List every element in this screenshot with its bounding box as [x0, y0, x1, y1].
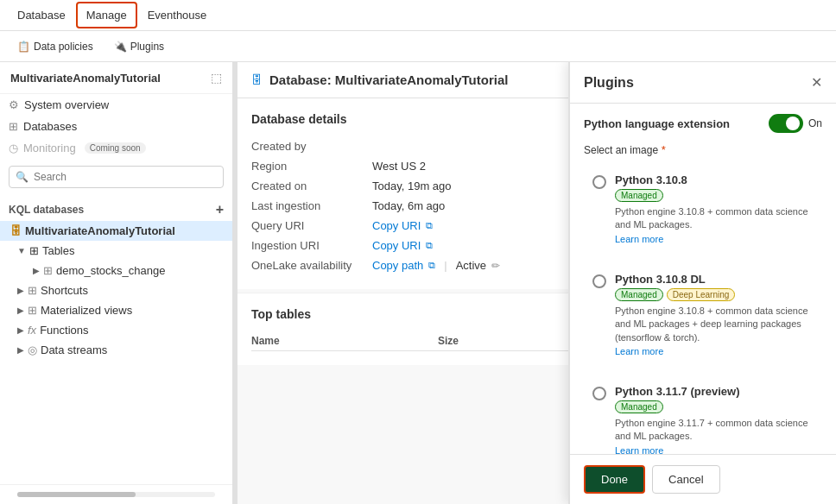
onelake-copy-link[interactable]: Copy path [372, 259, 423, 272]
required-star: * [662, 143, 666, 156]
onelake-value: Copy path ⧉ | Active ✏ [372, 259, 500, 272]
shortcuts-chevron-icon: ▶ [17, 286, 24, 295]
mat-views-label: Materialized views [41, 304, 132, 317]
onelake-copy-icon[interactable]: ⧉ [428, 260, 435, 271]
expand-icon[interactable]: ⬚ [211, 71, 222, 85]
query-uri-copy-link[interactable]: Copy URI [372, 219, 421, 232]
option-python3117-title: Python 3.11.7 (preview) [615, 385, 814, 398]
shortcuts-label: Shortcuts [41, 284, 88, 297]
tree-item-shortcuts[interactable]: ▶ ⊞ Shortcuts [0, 280, 232, 300]
tree-item-materialized-views[interactable]: ▶ ⊞ Materialized views [0, 300, 232, 320]
plugins-button[interactable]: 🔌 Plugins [107, 37, 171, 56]
last-ingestion-label: Last ingestion [251, 199, 372, 212]
functions-icon: fx [28, 324, 36, 337]
db-icon: 🗄 [10, 224, 22, 237]
tables-icon: ⊞ [29, 244, 39, 257]
sidebar-item-monitoring[interactable]: ◷ Monitoring Coming soon [0, 137, 232, 159]
ingestion-uri-copy-link[interactable]: Copy URI [372, 239, 421, 252]
functions-chevron-icon: ▶ [17, 325, 24, 335]
demo-stocks-label: demo_stocks_change [56, 264, 165, 277]
sidebar-item-databases[interactable]: ⊞ Databases [0, 116, 232, 137]
tree-item-tables[interactable]: ▼ ⊞ Tables [0, 241, 232, 261]
content-db-icon: 🗄 [251, 73, 263, 86]
workspace-name: MultivariateAnomalyTutorial [10, 72, 161, 85]
option-python3108[interactable]: Python 3.10.8 Managed Python engine 3.10… [584, 165, 822, 254]
option-python3108-learn-more[interactable]: Learn more [615, 234, 663, 244]
badge-managed-0: Managed [615, 189, 663, 202]
option-python3108-desc: Python engine 3.10.8 + common data scien… [615, 205, 814, 232]
menu-eventhouse[interactable]: Eventhouse [137, 2, 218, 28]
tree-item-demo-stocks[interactable]: ▶ ⊞ demo_stocks_change [0, 261, 232, 280]
monitoring-label: Monitoring [23, 142, 76, 154]
menu-database[interactable]: Database [7, 2, 76, 28]
option-python3108-content: Python 3.10.8 Managed Python engine 3.10… [615, 173, 814, 245]
sidebar-header: MultivariateAnomalyTutorial ⬚ [0, 62, 232, 94]
extension-label: Python language extension [584, 117, 730, 130]
sidebar-nav: ⚙ System overview ⊞ Databases ◷ Monitori… [0, 94, 232, 484]
tree-item-data-streams[interactable]: ▶ ◎ Data streams [0, 340, 232, 360]
data-policies-icon: 📋 [17, 41, 30, 53]
system-overview-icon: ⚙ [9, 98, 19, 111]
query-uri-value: Copy URI ⧉ [372, 219, 433, 232]
ingestion-uri-copy-icon[interactable]: ⧉ [426, 240, 433, 251]
sidebar-h-scrollbar[interactable] [17, 492, 215, 497]
sidebar-scrollbar-thumb [17, 492, 136, 497]
system-overview-label: System overview [24, 98, 109, 111]
table-col-name: Name [251, 335, 424, 347]
data-streams-label: Data streams [41, 343, 107, 356]
option-python3108dl-badges: Managed Deep Learning [615, 288, 814, 301]
created-by-label: Created by [251, 140, 372, 153]
tables-chevron-icon: ▼ [17, 246, 26, 255]
cancel-button[interactable]: Cancel [652, 465, 719, 494]
data-policies-button[interactable]: 📋 Data policies [10, 37, 100, 56]
plugins-icon: 🔌 [114, 41, 127, 53]
onelake-label: OneLake availability [251, 259, 372, 272]
data-streams-chevron-icon: ▶ [17, 345, 24, 355]
plugins-panel: Plugins ✕ Python language extension On S… [568, 62, 836, 504]
select-image-label: Select an image [584, 144, 658, 156]
tree-db-name: MultivariateAnomalyTutorial [25, 224, 175, 237]
option-python3108dl-content: Python 3.10.8 DL Managed Deep Learning P… [615, 273, 814, 357]
demo-stocks-icon: ⊞ [43, 264, 53, 277]
toggle-row: On [769, 114, 822, 133]
onelake-edit-icon[interactable]: ✏ [491, 260, 500, 272]
add-db-button[interactable]: + [216, 202, 224, 217]
menu-manage[interactable]: Manage [76, 2, 137, 28]
databases-label: Databases [23, 120, 77, 133]
search-input[interactable] [9, 166, 224, 188]
table-col-size: Size [438, 335, 459, 347]
region-value: West US 2 [372, 160, 426, 173]
option-python3117-desc: Python engine 3.11.7 + common data scien… [615, 417, 814, 444]
ingestion-uri-value: Copy URI ⧉ [372, 239, 433, 252]
option-python3117-learn-more[interactable]: Learn more [615, 445, 663, 454]
python-extension-toggle[interactable] [769, 114, 803, 133]
sidebar-item-system-overview[interactable]: ⚙ System overview [0, 94, 232, 116]
query-uri-copy-icon[interactable]: ⧉ [426, 220, 433, 231]
select-image-row: Select an image * [584, 143, 822, 156]
tree-item-db-root[interactable]: 🗄 MultivariateAnomalyTutorial [0, 221, 232, 241]
option-python3117[interactable]: Python 3.11.7 (preview) Managed Python e… [584, 376, 822, 454]
radio-python3117[interactable] [592, 387, 606, 400]
option-python3108dl[interactable]: Python 3.10.8 DL Managed Deep Learning P… [584, 264, 822, 366]
created-on-label: Created on [251, 180, 372, 192]
tree-item-functions[interactable]: ▶ fx Functions [0, 320, 232, 340]
plugins-label: Plugins [130, 41, 164, 53]
radio-python3108dl[interactable] [592, 274, 606, 288]
radio-python3108[interactable] [592, 175, 606, 189]
badge-managed-2: Managed [615, 400, 663, 413]
main-wrapper: MultivariateAnomalyTutorial ⬚ ⚙ System o… [0, 62, 836, 504]
badge-dl-1: Deep Learning [667, 288, 736, 301]
option-python3108dl-learn-more[interactable]: Learn more [615, 346, 663, 356]
region-label: Region [251, 160, 372, 173]
done-button[interactable]: Done [584, 465, 645, 494]
option-python3108dl-title: Python 3.10.8 DL [615, 273, 814, 286]
option-python3108dl-desc: Python engine 3.10.8 + common data scien… [615, 305, 814, 344]
tables-label: Tables [42, 244, 75, 257]
panel-close-button[interactable]: ✕ [811, 74, 822, 91]
demo-stocks-chevron-icon: ▶ [33, 266, 40, 275]
option-python3117-badges: Managed [615, 400, 814, 413]
functions-label: Functions [40, 324, 88, 337]
toggle-knob [786, 117, 800, 130]
last-ingestion-value: Today, 6m ago [372, 199, 445, 212]
sidebar: MultivariateAnomalyTutorial ⬚ ⚙ System o… [0, 62, 233, 504]
